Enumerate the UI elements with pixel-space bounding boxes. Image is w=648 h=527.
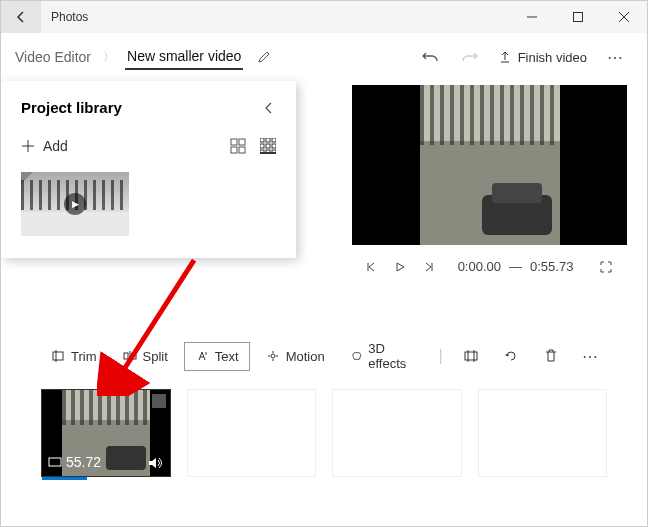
rename-icon[interactable] xyxy=(257,50,271,64)
3d-effects-button[interactable]: 3D effects xyxy=(341,335,427,377)
motion-button[interactable]: Motion xyxy=(256,343,335,370)
storyboard-empty-slot[interactable] xyxy=(187,389,317,477)
storyboard-clip[interactable]: 55.72 xyxy=(41,389,171,477)
clip-checkbox[interactable] xyxy=(152,394,166,408)
grid-large-icon[interactable] xyxy=(230,138,246,154)
svg-rect-4 xyxy=(231,147,237,153)
export-icon xyxy=(498,50,512,64)
svg-rect-1 xyxy=(574,13,583,22)
clip-volume-button[interactable] xyxy=(148,456,164,470)
window-controls xyxy=(509,1,647,33)
back-button[interactable] xyxy=(1,1,41,33)
breadcrumb-root[interactable]: Video Editor xyxy=(13,45,93,69)
svg-rect-5 xyxy=(239,147,245,153)
grid-small-icon[interactable] xyxy=(260,138,276,154)
svg-rect-19 xyxy=(124,353,128,359)
svg-rect-14 xyxy=(272,150,276,154)
play-icon: ▶ xyxy=(64,193,86,215)
time-separator: ― xyxy=(509,259,522,274)
project-library-panel: Project library Add ▶ xyxy=(1,81,296,258)
preview-player: 0:00.00 ― 0:55.73 xyxy=(352,85,627,274)
current-time: 0:00.00 xyxy=(458,259,501,274)
svg-rect-6 xyxy=(260,138,264,142)
more-button[interactable]: ⋯ xyxy=(595,37,635,77)
rotate-button[interactable] xyxy=(494,336,528,376)
library-title: Project library xyxy=(21,99,122,116)
svg-rect-9 xyxy=(260,144,264,148)
maximize-button[interactable] xyxy=(555,1,601,33)
content-area: Project library Add ▶ xyxy=(1,81,647,321)
undo-button[interactable] xyxy=(410,37,450,77)
prev-frame-button[interactable] xyxy=(366,261,378,273)
clip-duration: 55.72 xyxy=(66,454,101,470)
finish-video-button[interactable]: Finish video xyxy=(490,50,595,65)
clip-more-button[interactable]: ⋯ xyxy=(573,336,607,376)
motion-icon xyxy=(266,349,280,363)
add-media-button[interactable]: Add xyxy=(21,138,68,154)
storyboard: 55.72 xyxy=(1,389,647,477)
app-title: Photos xyxy=(51,10,509,24)
total-time: 0:55.73 xyxy=(530,259,573,274)
plus-icon xyxy=(21,139,35,153)
svg-rect-20 xyxy=(132,353,136,359)
minimize-button[interactable] xyxy=(509,1,555,33)
svg-rect-3 xyxy=(239,139,245,145)
text-icon xyxy=(195,349,209,363)
svg-rect-2 xyxy=(231,139,237,145)
effects-icon xyxy=(351,349,363,363)
delete-button[interactable] xyxy=(534,336,568,376)
close-button[interactable] xyxy=(601,1,647,33)
chevron-right-icon: 〉 xyxy=(103,49,115,66)
trim-button[interactable]: Trim xyxy=(41,343,107,370)
svg-rect-12 xyxy=(260,150,264,154)
breadcrumb-current[interactable]: New smaller video xyxy=(125,44,243,70)
text-button[interactable]: Text xyxy=(184,342,250,371)
svg-rect-27 xyxy=(49,458,61,466)
resize-button[interactable] xyxy=(455,336,489,376)
clip-edit-bar: Trim Split Text Motion 3D effects | ⋯ xyxy=(1,329,647,389)
svg-rect-7 xyxy=(266,138,270,142)
fullscreen-button[interactable] xyxy=(599,260,613,274)
trim-icon xyxy=(51,349,65,363)
add-label: Add xyxy=(43,138,68,154)
preview-frame[interactable] xyxy=(352,85,627,245)
split-icon xyxy=(123,349,137,363)
svg-rect-10 xyxy=(266,144,270,148)
svg-rect-17 xyxy=(53,352,63,360)
collapse-library-button[interactable] xyxy=(262,101,276,115)
redo-button[interactable] xyxy=(450,37,490,77)
clip-progress xyxy=(42,477,87,480)
svg-rect-13 xyxy=(266,150,270,154)
storyboard-empty-slot[interactable] xyxy=(332,389,462,477)
svg-rect-11 xyxy=(272,144,276,148)
finish-label: Finish video xyxy=(518,50,587,65)
separator: | xyxy=(438,347,442,365)
title-bar: Photos xyxy=(1,1,647,33)
split-button[interactable]: Split xyxy=(113,343,178,370)
editor-toolbar: Video Editor 〉 New smaller video Finish … xyxy=(1,33,647,81)
duration-icon xyxy=(48,457,62,467)
svg-rect-24 xyxy=(465,352,477,360)
svg-point-23 xyxy=(271,354,275,358)
storyboard-empty-slot[interactable] xyxy=(478,389,608,477)
next-frame-button[interactable] xyxy=(422,261,434,273)
library-clip-thumbnail[interactable]: ▶ xyxy=(21,172,129,236)
play-button[interactable] xyxy=(394,261,406,273)
svg-rect-8 xyxy=(272,138,276,142)
